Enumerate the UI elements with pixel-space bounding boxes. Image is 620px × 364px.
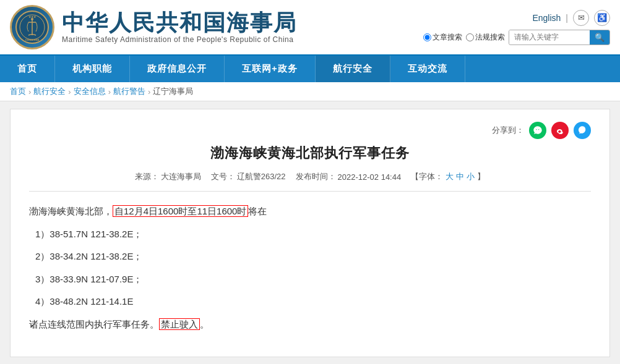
coord-list: 1）38-51.7N 121-38.2E； 2）38-34.2N 121-38.… xyxy=(35,226,591,311)
share-bar: 分享到： xyxy=(29,122,591,139)
nav-item-internet-gov[interactable]: 互联网+政务 xyxy=(225,56,316,82)
date-label: 发布时间： xyxy=(296,171,336,182)
coord-item-2: 2）38-34.2N 121-38.2E； xyxy=(35,248,591,266)
share-label: 分享到： xyxy=(492,125,524,136)
search-area: 文章搜索 法规搜索 🔍 xyxy=(423,30,610,45)
breadcrumb-sep3: › xyxy=(108,87,111,96)
intro-paragraph: 渤海海峡黄海北部，自12月4日1600时至11日1600时将在 xyxy=(29,203,591,221)
svg-text:CHINA MSA: CHINA MSA xyxy=(25,38,40,41)
nav-bar: 首页 机构职能 政府信息公开 互联网+政务 航行安全 互动交流 xyxy=(0,56,620,82)
footer-before: 诸点连线范围内执行军事任务。 xyxy=(29,319,159,329)
source-label: 来源： xyxy=(135,171,159,182)
date-value: 2022-12-02 14:44 xyxy=(338,172,402,182)
coord-item-4: 4）38-48.2N 121-14.1E xyxy=(35,293,591,311)
share-wechat-icon[interactable] xyxy=(529,122,546,139)
radio-article-label[interactable]: 文章搜索 xyxy=(423,32,462,43)
footer-after: 。 xyxy=(200,319,209,329)
site-title: 中华人民共和国海事局 xyxy=(62,11,297,35)
radio-law[interactable] xyxy=(466,33,474,41)
intro-after: 将在 xyxy=(248,206,267,216)
article-divider xyxy=(29,191,591,192)
doc-value: 辽航警263/22 xyxy=(237,171,286,182)
header: ★★★ CHINA MSA 中华人民共和国海事局 Maritime Safety… xyxy=(0,0,620,56)
breadcrumb-safety-info[interactable]: 安全信息 xyxy=(74,86,106,97)
email-icon[interactable]: ✉ xyxy=(573,10,589,26)
footer-paragraph: 诸点连线范围内执行军事任务。禁止驶入。 xyxy=(29,316,591,334)
breadcrumb-sep2: › xyxy=(68,87,71,96)
highlight-date: 自12月4日1600时至11日1600时 xyxy=(113,205,248,217)
share-weibo-icon[interactable] xyxy=(551,122,569,139)
breadcrumb-nav-warning[interactable]: 航行警告 xyxy=(113,86,145,97)
nav-item-home[interactable]: 首页 xyxy=(0,56,55,82)
header-right: English | ✉ ♿ 文章搜索 法规搜索 🔍 xyxy=(423,10,610,45)
breadcrumb-nav-safety[interactable]: 航行安全 xyxy=(33,86,66,97)
article-meta: 来源： 大连海事局 文号： 辽航警263/22 发布时间： 2022-12-02… xyxy=(29,171,591,182)
search-button[interactable]: 🔍 xyxy=(590,30,609,44)
font-medium-btn[interactable]: 中 xyxy=(456,171,464,182)
site-subtitle: Maritime Safety Administration of the Pe… xyxy=(62,35,297,44)
breadcrumb-home[interactable]: 首页 xyxy=(10,86,26,97)
radio-article-text: 文章搜索 xyxy=(433,32,462,43)
top-links: English | ✉ ♿ xyxy=(532,10,610,26)
intro-text: 渤海海峡黄海北部， xyxy=(29,206,113,216)
logo-text-block: 中华人民共和国海事局 Maritime Safety Administratio… xyxy=(62,11,297,44)
highlight-end: 禁止驶入 xyxy=(159,318,200,330)
meta-date: 发布时间： 2022-12-02 14:44 xyxy=(296,171,402,182)
nav-item-interaction[interactable]: 互动交流 xyxy=(390,56,465,82)
breadcrumb: 首页 › 航行安全 › 安全信息 › 航行警告 › 辽宁海事局 xyxy=(0,82,620,101)
svg-text:★★★: ★★★ xyxy=(28,15,37,19)
breadcrumb-sep1: › xyxy=(28,87,31,96)
content-wrapper: 分享到： 渤海海峡黄海北部执行军事任务 来源： 大连海事局 文号： 辽航警263… xyxy=(0,101,620,364)
logo-emblem: ★★★ CHINA MSA xyxy=(10,5,54,49)
font-end: 】 xyxy=(477,171,485,182)
doc-label: 文号： xyxy=(211,171,235,182)
breadcrumb-sep4: › xyxy=(148,87,150,96)
coord-item-1: 1）38-51.7N 121-38.2E； xyxy=(35,226,591,243)
nav-item-org[interactable]: 机构职能 xyxy=(55,56,130,82)
header-logo-area: ★★★ CHINA MSA 中华人民共和国海事局 Maritime Safety… xyxy=(10,5,297,49)
english-link[interactable]: English xyxy=(532,13,561,23)
meta-source: 来源： 大连海事局 xyxy=(135,171,201,182)
coord-item-3: 3）38-33.9N 121-07.9E； xyxy=(35,271,591,289)
search-input[interactable] xyxy=(509,30,590,44)
font-small-btn[interactable]: 小 xyxy=(467,171,475,182)
content-box: 分享到： 渤海海峡黄海北部执行军事任务 来源： 大连海事局 文号： 辽航警263… xyxy=(10,109,610,357)
meta-doc: 文号： 辽航警263/22 xyxy=(211,171,286,182)
radio-article[interactable] xyxy=(423,33,431,41)
logo-svg: ★★★ CHINA MSA xyxy=(15,10,50,44)
search-type-group: 文章搜索 法规搜索 xyxy=(423,32,505,43)
radio-law-text: 法规搜索 xyxy=(475,32,505,43)
search-box: 🔍 xyxy=(509,30,610,45)
article-title: 渤海海峡黄海北部执行军事任务 xyxy=(29,144,591,163)
font-label: 【字体： xyxy=(411,171,443,182)
article-body: 渤海海峡黄海北部，自12月4日1600时至11日1600时将在 1）38-51.… xyxy=(29,203,591,333)
nav-item-nav-safety[interactable]: 航行安全 xyxy=(316,56,390,82)
nav-item-gov-info[interactable]: 政府信息公开 xyxy=(130,56,225,82)
radio-law-label[interactable]: 法规搜索 xyxy=(466,32,505,43)
breadcrumb-current: 辽宁海事局 xyxy=(153,86,193,97)
share-qq-icon[interactable] xyxy=(574,122,591,139)
font-size-control: 【字体： 大 中 小 】 xyxy=(411,171,485,182)
divider1: | xyxy=(566,13,568,23)
source-value: 大连海事局 xyxy=(161,171,201,182)
accessibility-icon[interactable]: ♿ xyxy=(594,10,610,26)
font-large-btn[interactable]: 大 xyxy=(446,171,454,182)
